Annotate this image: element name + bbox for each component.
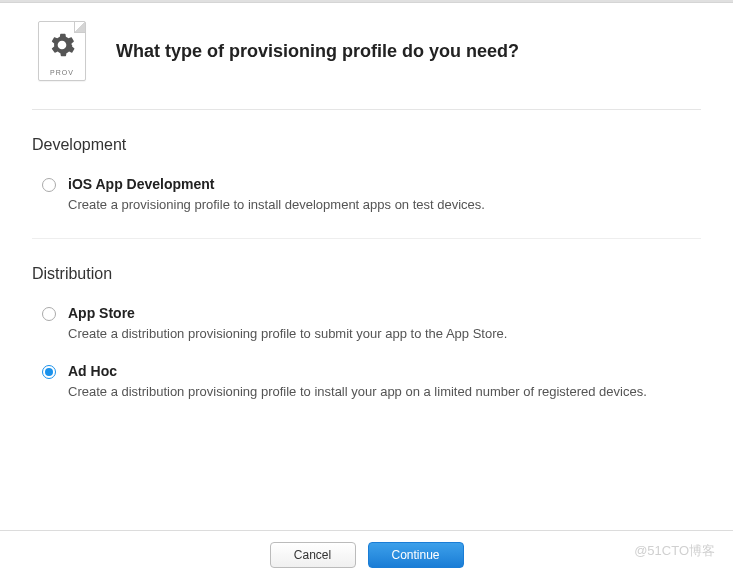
content-area: Development iOS App Development Create a… (0, 136, 733, 418)
option-ad-hoc[interactable]: Ad Hoc Create a distribution provisionin… (32, 359, 701, 417)
option-app-store[interactable]: App Store Create a distribution provisio… (32, 301, 701, 359)
continue-button[interactable]: Continue (368, 542, 464, 568)
header: PROV What type of provisioning profile d… (0, 3, 733, 99)
option-ios-app-development[interactable]: iOS App Development Create a provisionin… (32, 172, 701, 230)
radio-app-store[interactable] (42, 307, 56, 321)
provisioning-profile-icon: PROV (38, 21, 86, 81)
section-heading-distribution: Distribution (32, 265, 701, 283)
header-divider (32, 109, 701, 110)
section-heading-development: Development (32, 136, 701, 154)
option-title: Ad Hoc (68, 363, 701, 379)
radio-ad-hoc[interactable] (42, 365, 56, 379)
option-title: iOS App Development (68, 176, 701, 192)
prov-icon-label: PROV (50, 69, 74, 80)
footer: Cancel Continue (0, 530, 733, 578)
page-title: What type of provisioning profile do you… (116, 41, 519, 62)
option-desc: Create a provisioning profile to install… (68, 196, 701, 214)
option-body: iOS App Development Create a provisionin… (68, 176, 701, 214)
option-body: App Store Create a distribution provisio… (68, 305, 701, 343)
option-title: App Store (68, 305, 701, 321)
option-desc: Create a distribution provisioning profi… (68, 325, 701, 343)
option-body: Ad Hoc Create a distribution provisionin… (68, 363, 701, 401)
cancel-button[interactable]: Cancel (270, 542, 356, 568)
option-desc: Create a distribution provisioning profi… (68, 383, 701, 401)
section-divider (32, 238, 701, 239)
gear-icon (49, 32, 75, 58)
radio-ios-app-development[interactable] (42, 178, 56, 192)
